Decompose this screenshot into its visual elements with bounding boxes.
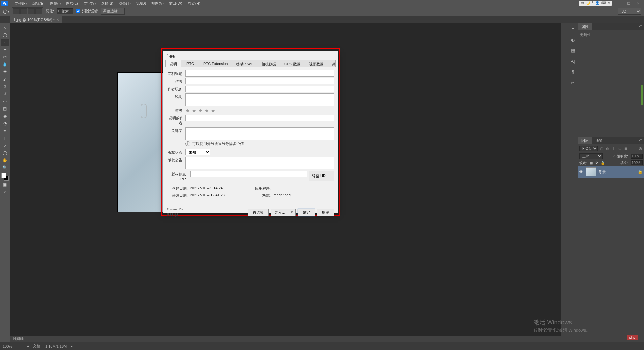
antialias-input[interactable]: [76, 9, 80, 13]
tab-iptc-ext[interactable]: IPTC Extension: [198, 60, 232, 67]
menu-type[interactable]: 文字(Y): [81, 1, 99, 6]
shape-tool-icon[interactable]: ◯: [1, 150, 9, 156]
healing-tool-icon[interactable]: ✚: [1, 68, 9, 75]
chevron-down-icon[interactable]: ▾: [289, 209, 296, 216]
crop-tool-icon[interactable]: ✂: [1, 54, 9, 60]
lock-pixels-icon[interactable]: ▦: [590, 161, 593, 165]
type-tool-icon[interactable]: T: [1, 135, 9, 142]
keywords-input[interactable]: [185, 127, 334, 140]
filter-type-icon[interactable]: T: [611, 146, 616, 151]
path-tool-icon[interactable]: ↗: [1, 142, 9, 149]
tool-presets-icon[interactable]: ✂: [570, 79, 576, 86]
lock-position-icon[interactable]: ✥: [595, 161, 598, 165]
tab-swf[interactable]: 移动 SWF: [232, 60, 257, 67]
tab-properties[interactable]: 属性: [578, 23, 592, 30]
preferences-button[interactable]: 首选项: [248, 209, 269, 216]
foreground-color-swatch[interactable]: [1, 173, 6, 178]
screenmode-icon[interactable]: ⎚: [1, 189, 9, 195]
timeline-panel[interactable]: 时间轴: [10, 336, 568, 342]
layers-panel-menu-icon[interactable]: ▾≡: [636, 137, 644, 144]
eraser-tool-icon[interactable]: ▭: [1, 98, 9, 105]
history-brush-tool-icon[interactable]: ↺: [1, 91, 9, 97]
fill-value[interactable]: 100%: [631, 160, 643, 165]
filter-image-icon[interactable]: ▢: [599, 146, 604, 151]
zoom-tool-icon[interactable]: 🔍: [1, 164, 9, 171]
refine-edge-button[interactable]: 调整边缘 …: [101, 8, 125, 15]
collapse-icon[interactable]: ◂: [27, 344, 29, 348]
cancel-button[interactable]: 取消: [317, 209, 334, 216]
zoom-level[interactable]: 100%: [3, 344, 23, 348]
import-button[interactable]: 导入…: [271, 209, 289, 216]
author-title-input[interactable]: [185, 86, 334, 92]
import-split-button[interactable]: 导入… ▾: [271, 209, 296, 216]
document-tab[interactable]: 1.jpg @ 100%(RGB/8#) * ×: [10, 16, 62, 23]
copyright-status-select[interactable]: 未知: [185, 149, 210, 155]
desc-author-input[interactable]: [185, 115, 334, 121]
quickmask-icon[interactable]: ▣: [1, 181, 9, 188]
selection-subtract-button[interactable]: [28, 8, 35, 14]
marquee-tool-icon[interactable]: ◯: [1, 32, 9, 38]
pen-tool-icon[interactable]: ✒: [1, 128, 9, 134]
antialias-checkbox[interactable]: 消除锯齿: [76, 8, 98, 14]
dodge-tool-icon[interactable]: ◔: [1, 120, 9, 127]
tab-gps[interactable]: GPS 数据: [280, 60, 305, 67]
filter-shape-icon[interactable]: ▭: [617, 146, 622, 151]
adjustments-panel-icon[interactable]: ◐: [570, 36, 576, 43]
layer-row[interactable]: 👁 背景 🔒: [578, 166, 644, 178]
blend-mode-select[interactable]: 正常: [579, 153, 603, 159]
gradient-tool-icon[interactable]: ▤: [1, 105, 9, 112]
star-icon[interactable]: ★: [205, 108, 209, 113]
tab-more[interactable]: 类!: [328, 60, 336, 67]
rating-stars[interactable]: ★ ★ ★ ★ ★: [185, 107, 215, 113]
opacity-value[interactable]: 100%: [631, 154, 643, 159]
menu-3d[interactable]: 3D(D): [133, 1, 149, 5]
menu-layer[interactable]: 图层(L): [63, 1, 80, 6]
author-input[interactable]: [185, 78, 334, 84]
history-panel-icon[interactable]: ≡: [570, 26, 576, 32]
tab-camera[interactable]: 相机数据: [257, 60, 280, 67]
menu-window[interactable]: 窗口(W): [166, 1, 185, 6]
menu-image[interactable]: 图像(I): [47, 1, 63, 6]
copyright-notice-input[interactable]: [185, 157, 334, 169]
blur-tool-icon[interactable]: ◉: [1, 113, 9, 119]
close-icon[interactable]: ×: [57, 17, 59, 22]
visibility-icon[interactable]: 👁: [579, 170, 584, 174]
ime-indicator[interactable]: 中 🌙 ° 👤 ⌨ ≈: [579, 1, 612, 6]
menu-file[interactable]: 文件(F): [12, 1, 30, 6]
description-input[interactable]: [185, 93, 334, 106]
star-icon[interactable]: ★: [185, 108, 190, 113]
menu-edit[interactable]: 编辑(E): [30, 1, 47, 6]
filter-toggle-icon[interactable]: ⏻: [638, 146, 643, 151]
star-icon[interactable]: ★: [192, 108, 196, 113]
selection-intersect-button[interactable]: [35, 8, 42, 14]
panel-menu-icon[interactable]: ▾≡: [636, 23, 644, 30]
star-icon[interactable]: ★: [211, 108, 215, 113]
menu-view[interactable]: 视图(V): [149, 1, 166, 6]
copyright-url-input[interactable]: [190, 171, 307, 177]
workspace-select[interactable]: 3D: [618, 8, 641, 15]
move-tool-icon[interactable]: ↖: [1, 24, 9, 31]
lasso-tool-icon[interactable]: ◯▾: [3, 8, 9, 15]
menu-help[interactable]: 帮助(H): [185, 1, 203, 6]
feather-input[interactable]: [57, 8, 73, 14]
filter-smart-icon[interactable]: ▣: [623, 146, 628, 151]
layer-thumbnail[interactable]: [586, 167, 596, 176]
hand-tool-icon[interactable]: ✋: [1, 157, 9, 164]
character-panel-icon[interactable]: A|: [570, 58, 576, 64]
tab-layers[interactable]: 图层: [578, 137, 592, 144]
tab-channels[interactable]: 通道: [592, 137, 606, 144]
ok-button[interactable]: 确定: [298, 209, 315, 216]
maximize-button[interactable]: ❐: [624, 0, 633, 7]
vertical-scrollbar[interactable]: [561, 23, 568, 336]
lock-all-icon[interactable]: 🔒: [601, 161, 605, 165]
lasso-tool-icon[interactable]: ⌇: [1, 39, 9, 46]
menu-filter[interactable]: 滤镜(T): [116, 1, 133, 6]
tab-iptc[interactable]: IPTC: [181, 60, 198, 67]
star-icon[interactable]: ★: [198, 108, 203, 113]
color-swatches[interactable]: [1, 173, 9, 181]
close-button[interactable]: ✕: [633, 0, 643, 7]
wand-tool-icon[interactable]: ✦: [1, 46, 9, 53]
selection-new-button[interactable]: [13, 8, 20, 14]
layer-filter-select[interactable]: P 类型: [579, 146, 598, 151]
goto-url-button[interactable]: 转至 URL…: [309, 171, 334, 181]
